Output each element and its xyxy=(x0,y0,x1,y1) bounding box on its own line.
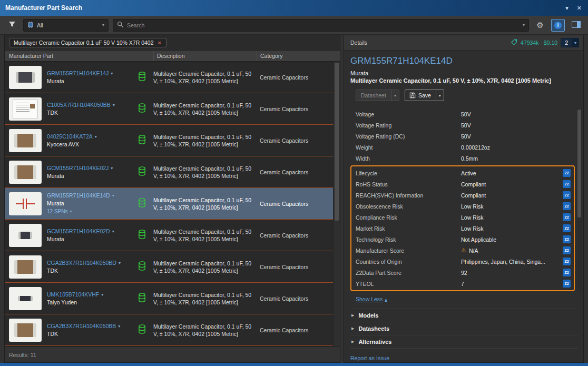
part-number-link[interactable]: GCM155R71H104KE02D xyxy=(47,228,110,235)
column-header-manufacturer-part[interactable]: Manufacturer Part xyxy=(5,51,130,61)
scrollbar-thumb[interactable] xyxy=(335,63,339,221)
parameter-row: Voltage Rating 50V xyxy=(350,120,575,131)
part-image xyxy=(9,97,42,121)
part-number-link[interactable]: C1005X7R1H104K050BB xyxy=(47,102,111,108)
collapsible-section[interactable]: ▶ Datasheets xyxy=(350,322,578,335)
solutions-count-dropdown[interactable]: 2 ▾ xyxy=(561,38,579,47)
z2data-icon[interactable]: Z2 xyxy=(563,258,571,265)
warning-icon: ⚠ xyxy=(461,247,466,254)
chevron-down-icon[interactable]: ▾ xyxy=(111,70,113,77)
parameter-value: Philippines, Japan, China, Singa... xyxy=(461,259,563,265)
table-row[interactable]: 04025C104KAT2A ▾ Kyocera AVX Multilayer … xyxy=(5,125,340,156)
z2data-icon[interactable]: Z2 xyxy=(563,280,571,288)
main-area: Multilayer Ceramic Capacitor 0.1 uF 50 V… xyxy=(0,35,588,363)
part-number-link[interactable]: GCM155R71H104KE02J xyxy=(47,165,109,172)
filter-chip[interactable]: Multilayer Ceramic Capacitor 0.1 uF 50 V… xyxy=(9,38,166,47)
z2data-icon[interactable]: Z2 xyxy=(563,213,571,221)
chevron-down-icon[interactable]: ▾ xyxy=(112,192,114,199)
table-scrollbar[interactable] xyxy=(333,62,340,347)
search-box[interactable]: ▾ xyxy=(113,19,529,32)
save-button[interactable]: Save ▾ xyxy=(405,90,444,101)
search-scope-select[interactable]: All ▾ xyxy=(23,19,109,32)
z2data-icon[interactable]: Z2 xyxy=(563,224,571,232)
table-row[interactable]: GCM155R71H104KE02D ▾ Murata Multilayer C… xyxy=(5,220,340,251)
z2data-icon[interactable]: Z2 xyxy=(563,202,571,210)
table-row[interactable]: C1005X7R1H104K050BB ▾ TDK Multilayer Cer… xyxy=(5,93,340,125)
z2data-icon[interactable]: Z2 xyxy=(563,235,571,243)
parameter-row: RoHS Status Compliant Z2 xyxy=(351,179,574,190)
scrollbar-thumb[interactable] xyxy=(577,110,581,217)
part-number-link[interactable]: UMK105B7104KVHF xyxy=(47,291,99,298)
z2data-icon[interactable]: Z2 xyxy=(563,191,571,199)
supply-chain-icon xyxy=(138,293,146,304)
filter-button[interactable] xyxy=(5,19,19,32)
z2data-icon[interactable]: Z2 xyxy=(563,246,571,254)
search-input[interactable] xyxy=(127,22,520,28)
chevron-down-icon[interactable]: ▾ xyxy=(436,90,444,101)
table-row[interactable]: UMK105B7104KVHF ▾ Taiyo Yuden Multilayer… xyxy=(5,283,340,314)
parameter-row: Market Risk Low Risk Z2 xyxy=(351,223,574,234)
part-number-link[interactable]: GRM155R71H104KE14J xyxy=(47,70,109,77)
z2data-icon[interactable]: Z2 xyxy=(563,169,571,177)
table-header: Manufacturer Part Description Category xyxy=(5,51,340,62)
parameter-row: Manufacturer Score ⚠ N/A Z2 xyxy=(351,245,574,256)
spns-link[interactable]: 12 SPNs xyxy=(47,208,67,215)
chevron-down-icon[interactable]: ▾ xyxy=(111,165,113,172)
manufacturer-part-search-panel: Manufacturer Part Search ▾ ✕ All ▾ ▾ xyxy=(0,0,588,366)
datasheet-button[interactable]: Datasheet ▾ xyxy=(356,90,399,101)
search-history-icon[interactable]: ▾ xyxy=(523,23,525,27)
chevron-down-icon[interactable]: ▾ xyxy=(101,291,103,298)
part-number-link[interactable]: 04025C104KAT2A xyxy=(47,133,93,140)
remove-filter-icon[interactable]: ✕ xyxy=(158,40,162,46)
parameter-value: Compliant xyxy=(461,192,563,199)
parameter-value: 7 xyxy=(461,281,563,287)
table-row[interactable]: CGA2B3X7R1H104K050BB ▾ TDK Multilayer Ce… xyxy=(5,314,340,346)
table-row[interactable]: GRM155R71H104KE14J ▾ Murata Multilayer C… xyxy=(5,62,340,93)
parameter-row: Compliance Risk Low Risk Z2 xyxy=(351,212,574,223)
supply-chain-icon xyxy=(138,135,146,146)
parameter-value: 50V xyxy=(461,111,575,117)
collapsible-section[interactable]: ▶ Alternatives xyxy=(350,335,578,348)
part-image xyxy=(9,161,42,184)
panel-titlebar[interactable]: Manufacturer Part Search ▾ ✕ xyxy=(0,0,588,16)
part-number-link[interactable]: CGA2B3X7R1H104K050BB xyxy=(47,323,116,330)
parameter-name: Weight xyxy=(350,144,461,151)
part-category: Ceramic Capacitors xyxy=(260,74,308,81)
report-issue-link[interactable]: Report an Issue xyxy=(350,355,583,361)
parameter-row: Obsolescence Risk Low Risk Z2 xyxy=(351,201,574,212)
info-button[interactable]: i xyxy=(551,19,565,32)
stock-icon xyxy=(511,39,517,46)
z2data-icon[interactable]: Z2 xyxy=(563,269,571,276)
column-header-supply[interactable] xyxy=(130,51,153,61)
column-header-category[interactable]: Category xyxy=(257,51,333,61)
table-row[interactable]: GCM155R71H104KE02J ▾ Murata Multilayer C… xyxy=(5,156,340,188)
part-number-link[interactable]: CGA2B3X7R1H104K050BD xyxy=(47,260,116,266)
manufacturer-name: Kyocera AVX xyxy=(47,141,97,148)
chevron-down-icon[interactable]: ▾ xyxy=(112,228,114,235)
chevron-down-icon[interactable]: ▾ xyxy=(118,323,120,330)
chevron-down-icon[interactable]: ▾ xyxy=(391,90,399,101)
panels-button[interactable] xyxy=(569,19,583,32)
chevron-down-icon[interactable]: ▾ xyxy=(95,133,97,140)
collapsible-section[interactable]: ▶ Models xyxy=(350,309,578,322)
table-row[interactable]: GRM155R71H104KE14D ▾ Murata 12 SPNs ▾ xyxy=(5,188,340,220)
table-row[interactable]: CGA2B3X7R1H104K050BD ▾ TDK Multilayer Ce… xyxy=(5,251,340,283)
part-number-link[interactable]: GRM155R71H104KE14D xyxy=(47,192,110,199)
manufacturer-name: TDK xyxy=(47,110,115,116)
manufacturer-name: Murata xyxy=(47,200,114,207)
parameter-name: Compliance Risk xyxy=(351,214,461,221)
z2data-icon[interactable]: Z2 xyxy=(563,180,571,188)
parameter-row: Z2Data Part Score 92 Z2 xyxy=(351,267,574,278)
column-header-description[interactable]: Description xyxy=(153,51,257,61)
chevron-down-icon[interactable]: ▾ xyxy=(70,208,72,215)
parameter-name: Countries of Origin xyxy=(351,259,461,265)
chevron-down-icon[interactable]: ▾ xyxy=(113,102,115,108)
show-less-link[interactable]: Show Less ▴ xyxy=(356,296,583,302)
details-scrollbar[interactable] xyxy=(576,108,582,291)
settings-button[interactable]: ⚙ xyxy=(533,19,547,32)
gear-icon: ⚙ xyxy=(536,21,543,30)
panel-menu-icon[interactable]: ▾ xyxy=(565,5,569,12)
chevron-down-icon[interactable]: ▾ xyxy=(119,260,121,266)
close-icon[interactable]: ✕ xyxy=(577,5,582,12)
stock-price: 47934k · $0.10 xyxy=(521,39,557,46)
